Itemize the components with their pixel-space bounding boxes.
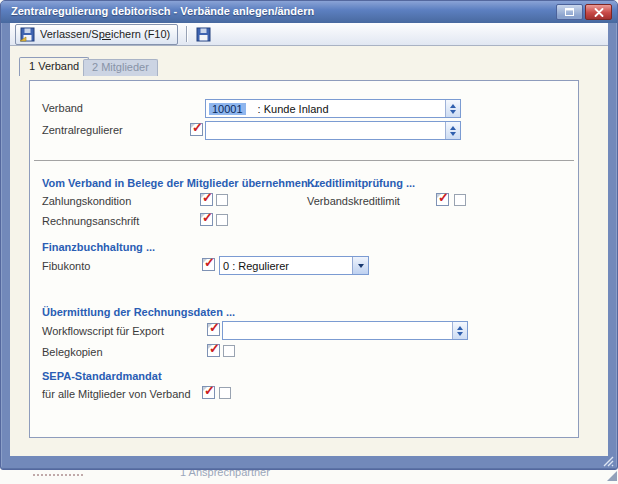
fibukonto-dropdown[interactable]: 0 : Regulierer — [219, 256, 369, 275]
verband-label: Verband — [42, 102, 83, 114]
close-button[interactable] — [585, 4, 612, 20]
title-bar: Zentralregulierung debitorisch - Verbänd… — [1, 1, 617, 23]
resize-grip[interactable] — [603, 456, 614, 467]
dropdown-arrow-icon[interactable] — [352, 257, 368, 274]
window-title: Zentralregulierung debitorisch - Verbänd… — [11, 5, 314, 17]
sepa-checkbox[interactable] — [219, 387, 231, 399]
verband-code-selected: 10001 — [209, 103, 246, 115]
section-divider — [34, 160, 574, 161]
fibukonto-modified-toggle[interactable] — [202, 258, 215, 271]
sepa-alle-mitglieder-label: für alle Mitglieder von Verband — [42, 388, 191, 400]
toolbar: Verlassen/Speichern (F10) — [10, 23, 608, 46]
form-panel: Verband 10001 : Kunde Inland Zentralregu… — [29, 80, 579, 438]
zentralregulierer-value — [206, 122, 445, 139]
workflowscript-label: Workflowscript für Export — [42, 325, 164, 337]
verbandskreditlimit-modified-toggle[interactable] — [436, 193, 449, 206]
background-resize-grip — [607, 471, 617, 481]
save-button[interactable] — [194, 25, 213, 44]
finanzbuchhaltung-header: Finanzbuchhaltung ... — [42, 241, 155, 253]
fibukonto-label: Fibukonto — [42, 260, 90, 272]
verbandskreditlimit-checkbox[interactable] — [454, 194, 466, 206]
exit-save-icon — [20, 27, 35, 42]
uebernehmen-header: Vom Verband in Belege der Mitglieder übe… — [42, 177, 320, 189]
verbandskreditlimit-label: Verbandskreditlimit — [307, 195, 400, 207]
spinner-icon[interactable] — [445, 100, 460, 117]
content-area: 1 Verband 2 Mitglieder Verband 10001 : K… — [10, 46, 608, 456]
zahlungskondition-modified-toggle[interactable] — [200, 193, 213, 206]
restore-icon — [564, 7, 575, 17]
zentralregulierer-label: Zentralregulierer — [42, 124, 123, 136]
zahlungskondition-label: Zahlungskondition — [42, 195, 131, 207]
belegkopien-label: Belegkopien — [42, 346, 103, 358]
workflowscript-value — [223, 322, 452, 339]
zahlungskondition-checkbox[interactable] — [216, 194, 228, 206]
sepa-header: SEPA-Standardmandat — [42, 370, 162, 382]
zentralregulierer-modified-toggle[interactable] — [190, 123, 203, 136]
fibukonto-value: 0 : Regulierer — [220, 257, 352, 274]
zentralregulierer-combo[interactable] — [205, 121, 461, 140]
toolbar-separator — [186, 26, 187, 42]
rechnungsanschrift-checkbox[interactable] — [216, 214, 228, 226]
spinner-icon[interactable] — [445, 122, 460, 139]
workflowscript-modified-toggle[interactable] — [207, 323, 220, 336]
background-window-artifact — [33, 474, 83, 476]
verband-description: : Kunde Inland — [258, 103, 329, 115]
dialog-window: Zentralregulierung debitorisch - Verbänd… — [0, 0, 618, 470]
belegkopien-checkbox[interactable] — [223, 345, 235, 357]
close-icon — [594, 8, 604, 17]
kreditlimit-header: Kreditlimitprüfung ... — [307, 177, 415, 189]
workflowscript-combo[interactable] — [222, 321, 468, 340]
exit-save-label: Verlassen/Speichern (F10) — [40, 28, 170, 40]
verband-combo[interactable]: 10001 : Kunde Inland — [205, 99, 461, 118]
rechnungsanschrift-modified-toggle[interactable] — [200, 213, 213, 226]
save-icon — [196, 27, 211, 42]
restore-button[interactable] — [556, 4, 583, 20]
spinner-icon[interactable] — [452, 322, 467, 339]
verband-value: 10001 : Kunde Inland — [206, 100, 445, 117]
exit-save-button[interactable]: Verlassen/Speichern (F10) — [15, 24, 178, 45]
tab-verband[interactable]: 1 Verband — [19, 57, 89, 76]
uebermittlung-header: Übermittlung der Rechnungsdaten ... — [42, 306, 235, 318]
tab-mitglieder[interactable]: 2 Mitglieder — [83, 59, 158, 76]
rechnungsanschrift-label: Rechnungsanschrift — [42, 215, 139, 227]
belegkopien-modified-toggle[interactable] — [207, 344, 220, 357]
sepa-modified-toggle[interactable] — [202, 386, 215, 399]
